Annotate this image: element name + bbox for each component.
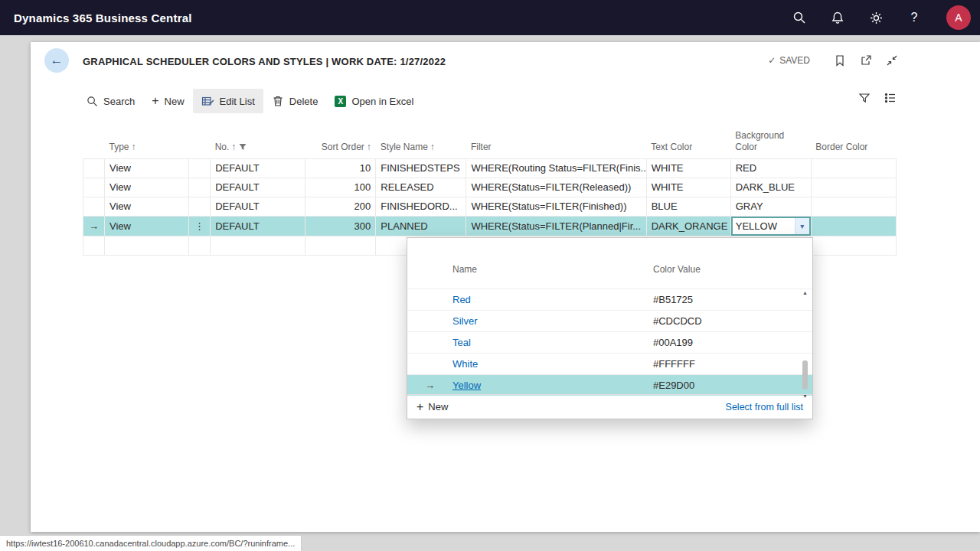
open-in-new-window-icon[interactable] <box>859 54 873 67</box>
filter-icon[interactable] <box>858 91 871 105</box>
color-option-link[interactable]: Red <box>452 294 653 305</box>
color-option-link[interactable]: Silver <box>452 315 653 327</box>
cell-border-color[interactable] <box>811 197 896 216</box>
col-header-text-color[interactable]: Text Color <box>646 125 730 158</box>
avatar[interactable]: A <box>946 5 971 30</box>
cell-border-color[interactable] <box>811 158 896 178</box>
scroll-up-icon[interactable]: ▲ <box>800 290 810 295</box>
cell-row-menu[interactable] <box>189 236 211 255</box>
settings-gear-icon[interactable] <box>868 10 884 25</box>
edit-list-button[interactable]: Edit List <box>193 89 263 113</box>
table-row-selected[interactable]: → View ⋮ DEFAULT 300 PLANNED WHERE(Statu… <box>83 216 897 236</box>
cell-style-name[interactable]: RELEASED <box>376 178 466 197</box>
cell-border-color[interactable] <box>811 178 896 197</box>
cell-row-menu[interactable] <box>189 178 211 197</box>
cell-no[interactable]: DEFAULT <box>211 197 305 216</box>
cell-border-color[interactable] <box>811 216 896 236</box>
open-in-excel-button[interactable]: X Open in Excel <box>326 89 422 113</box>
cell-no[interactable]: DEFAULT <box>211 178 305 197</box>
cell-no[interactable] <box>211 236 305 255</box>
delete-button[interactable]: Delete <box>263 89 327 113</box>
color-option-yellow-selected[interactable]: → Yellow #E29D00 <box>407 374 812 396</box>
search-button[interactable]: Search <box>78 89 143 113</box>
select-from-full-list-link[interactable]: Select from full list <box>726 402 803 412</box>
scrollbar-thumb[interactable] <box>802 360 808 390</box>
app-title[interactable]: Dynamics 365 Business Central <box>14 11 192 24</box>
cell-row-selector[interactable] <box>83 178 105 197</box>
back-button[interactable]: ← <box>44 48 69 73</box>
cell-background-color[interactable]: DARK_BLUE <box>730 178 811 197</box>
list-view-icon[interactable] <box>884 91 897 105</box>
cell-sort-order[interactable]: 300 <box>305 216 376 236</box>
cell-row-selector[interactable]: → <box>83 216 105 236</box>
color-option-value: #00A199 <box>653 337 693 348</box>
cell-filter[interactable]: WHERE(Status=FILTER(Planned|Fir... <box>466 216 646 236</box>
cell-style-name[interactable]: PLANNED <box>376 216 466 236</box>
col-label-type: Type <box>109 142 129 152</box>
cell-sort-order[interactable]: 10 <box>305 158 376 178</box>
open-in-excel-label: Open in Excel <box>351 96 413 107</box>
cell-row-selector[interactable] <box>83 236 105 255</box>
table-row[interactable]: View DEFAULT 10 FINISHEDSTEPS WHERE(Rout… <box>83 158 897 178</box>
row-menu-ellipsis-icon[interactable]: ⋮ <box>194 220 204 232</box>
color-option-value: #E29D00 <box>653 380 694 391</box>
cell-row-menu[interactable] <box>189 197 211 216</box>
cell-background-color[interactable]: RED <box>730 158 811 178</box>
cell-background-color[interactable]: GRAY <box>730 197 811 216</box>
cell-text-color[interactable]: WHITE <box>646 178 730 197</box>
search-icon[interactable] <box>792 10 807 25</box>
new-button[interactable]: + New <box>143 89 192 113</box>
cell-sort-order[interactable] <box>305 236 376 255</box>
cell-style-name[interactable]: FINISHEDSTEPS <box>376 158 466 178</box>
notifications-icon[interactable] <box>830 10 845 25</box>
collapse-focus-icon[interactable] <box>885 54 899 67</box>
table-row[interactable]: View DEFAULT 200 FINISHEDORD... WHERE(St… <box>83 197 897 216</box>
col-label-style-name: Style Name <box>381 142 428 152</box>
color-option-white[interactable]: White #FFFFFF <box>407 353 812 374</box>
cell-no[interactable]: DEFAULT <box>211 158 305 178</box>
cell-border-color[interactable] <box>811 236 896 255</box>
cell-row-selector[interactable] <box>83 197 105 216</box>
color-option-link[interactable]: Yellow <box>452 380 653 391</box>
magnifier-icon <box>87 96 98 107</box>
dropdown-scrollbar[interactable]: ▲ ▼ <box>800 289 810 400</box>
cell-type[interactable]: View <box>105 158 189 178</box>
cell-filter[interactable]: WHERE(Routing Status=FILTER(Finis... <box>466 158 646 178</box>
cell-background-color: YELLOW ▾ <box>730 216 811 236</box>
color-option-red[interactable]: Red #B51725 <box>407 289 812 310</box>
background-color-combobox[interactable]: YELLOW ▾ <box>731 217 811 236</box>
cell-text-color[interactable]: WHITE <box>646 158 730 178</box>
cell-type[interactable] <box>105 236 189 255</box>
col-header-style-name[interactable]: Style Name↑ <box>376 125 466 158</box>
chevron-down-icon[interactable]: ▾ <box>795 218 809 234</box>
app-header: Dynamics 365 Business Central ? A <box>0 0 980 35</box>
cell-type[interactable]: View <box>105 178 189 197</box>
cell-filter[interactable]: WHERE(Status=FILTER(Finished)) <box>466 197 646 216</box>
col-header-filter[interactable]: Filter <box>466 125 646 158</box>
col-header-background-color[interactable]: Background Color <box>730 125 811 158</box>
cell-text-color[interactable]: DARK_ORANGE <box>646 216 730 236</box>
color-option-link[interactable]: White <box>452 358 653 370</box>
cell-sort-order[interactable]: 200 <box>305 197 376 216</box>
col-header-no[interactable]: No.↑ <box>211 125 305 158</box>
cell-row-selector[interactable] <box>83 158 105 178</box>
cell-type[interactable]: View <box>105 197 189 216</box>
cell-sort-order[interactable]: 100 <box>305 178 376 197</box>
color-option-link[interactable]: Teal <box>452 337 653 348</box>
col-header-type[interactable]: Type↑ <box>105 125 189 158</box>
color-option-silver[interactable]: Silver #CDCDCD <box>407 310 812 331</box>
color-option-teal[interactable]: Teal #00A199 <box>407 331 812 353</box>
cell-filter[interactable]: WHERE(Status=FILTER(Released)) <box>466 178 646 197</box>
table-row[interactable]: View DEFAULT 100 RELEASED WHERE(Status=F… <box>83 178 897 197</box>
col-header-border-color[interactable]: Border Color <box>811 125 896 158</box>
dropdown-new-button[interactable]: + New <box>416 401 448 413</box>
cell-type[interactable]: View <box>105 216 189 236</box>
cell-row-menu[interactable] <box>189 158 211 178</box>
col-header-sort-order[interactable]: Sort Order↑ <box>305 125 376 158</box>
cell-text-color[interactable]: BLUE <box>646 197 730 216</box>
cell-row-menu[interactable]: ⋮ <box>189 216 211 236</box>
cell-style-name[interactable]: FINISHEDORD... <box>376 197 466 216</box>
help-icon[interactable]: ? <box>906 10 922 25</box>
cell-no[interactable]: DEFAULT <box>211 216 305 236</box>
bookmark-icon[interactable] <box>833 54 847 67</box>
